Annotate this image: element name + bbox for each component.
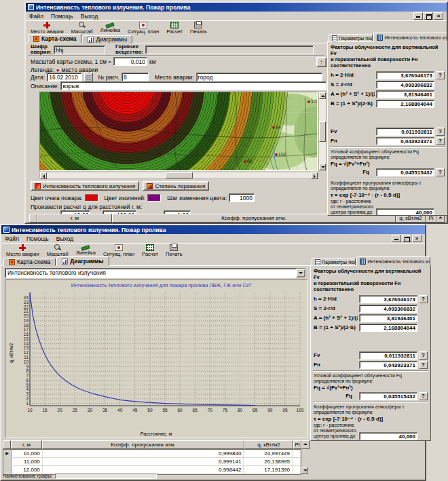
cell-r: 11,000 [12, 458, 43, 465]
toolbar-button[interactable]: Место аварии [28, 21, 67, 35]
formula-label: h = 2·H/d [331, 72, 375, 78]
toolbar-button[interactable]: Линейка [73, 244, 98, 256]
tab-diagrams[interactable]: Диаграммы [82, 35, 132, 43]
distance-input[interactable]: 40,000 [376, 208, 434, 216]
toolbar-button[interactable]: Линейка [98, 21, 123, 33]
description-row: Описание: взрыв [31, 81, 326, 90]
toolbar-button[interactable]: Печать [187, 21, 210, 35]
help-button[interactable]: ? [419, 351, 428, 360]
tab-map-schema[interactable]: Карта-схема [28, 34, 81, 43]
title-bar[interactable]: Интенсивность теплового излучения. Пожар… [26, 3, 447, 12]
minimize-button[interactable] [392, 235, 401, 242]
map-vscroll[interactable] [318, 92, 326, 171]
map-canvas[interactable]: 178 94 102 85 [39, 92, 318, 171]
table-scroll-down[interactable] [301, 467, 308, 474]
formula-value: 4,093306832 [376, 81, 434, 89]
toolbar-button[interactable]: Ситуац. план [100, 244, 137, 257]
table-row[interactable]: ▶ 10,000 0,999840 24,997449 [3, 450, 301, 458]
calc-no-input[interactable]: 8 [122, 73, 149, 81]
scroll-up-icon[interactable] [319, 92, 326, 99]
scroll-left-icon[interactable] [40, 172, 47, 179]
formula-label: h = 2·H/d [314, 296, 358, 302]
fq-caption: Угловой коэффициент облученности Fq опре… [331, 149, 445, 160]
calc-caption-row: Произвести расчет q для расстояний r, м: [31, 204, 142, 210]
svg-text:55: 55 [162, 408, 168, 412]
menu-exit[interactable]: Выход [81, 13, 98, 20]
svg-text:80: 80 [238, 408, 243, 412]
print-icon [170, 244, 178, 251]
toolbar-button[interactable]: Масштаб [44, 244, 71, 257]
menu-help[interactable]: Помощь [51, 13, 73, 20]
status-label: Наименование графы: [3, 474, 53, 478]
dropdown-button[interactable] [296, 269, 305, 277]
date-input[interactable]: 16.02.2010 [47, 73, 82, 81]
scroll-down-icon[interactable] [319, 163, 326, 170]
restore-button[interactable] [424, 12, 433, 20]
toolbar-button[interactable]: Расчет [164, 21, 185, 35]
mode-heat-intensity-button[interactable]: Интенсивность теплового излучения [31, 181, 139, 191]
help-button[interactable]: ? [436, 168, 445, 176]
help-button[interactable]: ? [419, 295, 428, 303]
close-button[interactable]: × [412, 235, 422, 242]
help-button[interactable]: ? [436, 137, 445, 145]
panel-tabbar: Параметры пожара Интенсивность теплового… [310, 256, 431, 266]
table-row[interactable]: 11,000 0,999141 20,138995 [3, 458, 301, 466]
svg-text:70: 70 [208, 408, 213, 412]
help-button[interactable]: ? [419, 392, 428, 400]
cipher-input[interactable]: hhj [54, 45, 105, 54]
fq-row: Fq 0,045515432 ? [331, 168, 445, 176]
calc-no-label: № расч. [98, 74, 119, 81]
help-button[interactable]: ? [419, 361, 428, 369]
tab-diagrams[interactable]: Диаграммы [56, 256, 109, 266]
results-table-body: ▶ 10,000 0,999840 24,997449 11,000 0,999… [3, 449, 301, 475]
chart-select[interactable]: Интенсивность теплового излучения [5, 268, 306, 278]
toolbar-button[interactable]: Место аварии [3, 244, 42, 257]
calendar-icon[interactable] [84, 73, 93, 81]
menu-file[interactable]: Файл [5, 235, 19, 242]
tab-heat-radiation[interactable]: Интенсивность теплового излучения [356, 256, 430, 266]
distance-input[interactable]: 40,000 [359, 432, 417, 440]
menu-exit[interactable]: Выход [56, 235, 73, 242]
color-step-input[interactable]: 1000 [229, 193, 255, 202]
scale-input[interactable]: 0,010 [113, 57, 147, 66]
formula-label: A = (h² + S² + 1)/(2·S) [331, 91, 375, 97]
place-input[interactable]: город [196, 73, 322, 81]
help-button[interactable]: ? [436, 128, 445, 136]
map-hscroll[interactable] [39, 172, 318, 179]
apply-button[interactable]: ↑ [316, 57, 326, 67]
table-scroll-up[interactable] [301, 440, 310, 449]
col-coeff[interactable]: Коэфф. пропускания атм. [42, 440, 244, 449]
formula-row: B = (1 + S²)/(2·S) 2,168804044 [314, 323, 428, 332]
scroll-right-icon[interactable] [311, 172, 318, 179]
cipher-field-row: Шифраварии: hhj Горючеевещество: [31, 44, 314, 55]
toolbar-button[interactable]: Масштаб [69, 21, 96, 35]
help-button[interactable]: ? [436, 71, 445, 79]
toolbar-button[interactable]: Ситуац. план [125, 21, 162, 35]
tab-heat-radiation[interactable]: Интенсивность теплового излучения [373, 33, 447, 42]
status-field [55, 474, 157, 479]
svg-text:45: 45 [132, 408, 138, 412]
minimize-button[interactable] [413, 12, 423, 20]
toolbar-button[interactable]: Расчет [139, 244, 161, 257]
toolbar-button[interactable]: Печать [163, 244, 185, 257]
description-input[interactable]: взрыв [60, 81, 326, 90]
col-pi[interactable]: Pi [293, 440, 301, 449]
menu-file[interactable]: Файл [29, 13, 43, 20]
app-icon [3, 227, 10, 233]
menu-help[interactable]: Помощь [26, 235, 49, 242]
fuel-input[interactable] [145, 45, 314, 54]
tab-map-schema[interactable]: Карта-схема [3, 258, 56, 266]
mode-damage-button[interactable]: Степень поражения [143, 181, 209, 191]
row-marker [3, 458, 12, 465]
col-q[interactable]: q, кВт/м2 [244, 440, 293, 449]
calc-caption: Произвести расчет q для расстояний r, м: [31, 204, 142, 210]
scale-label: Масштаб карты-схемы, 1 см = [31, 58, 111, 65]
restore-button[interactable] [402, 235, 411, 242]
iso-color-swatch[interactable] [147, 194, 161, 201]
title-bar[interactable]: Интенсивность теплового излучения. Пожар… [1, 225, 425, 234]
fire-color-swatch[interactable] [85, 194, 98, 201]
svg-text:20: 20 [58, 408, 63, 412]
close-button[interactable]: × [434, 12, 443, 20]
col-r[interactable]: r, м [37, 214, 112, 223]
col-r[interactable]: r, м [11, 440, 42, 449]
